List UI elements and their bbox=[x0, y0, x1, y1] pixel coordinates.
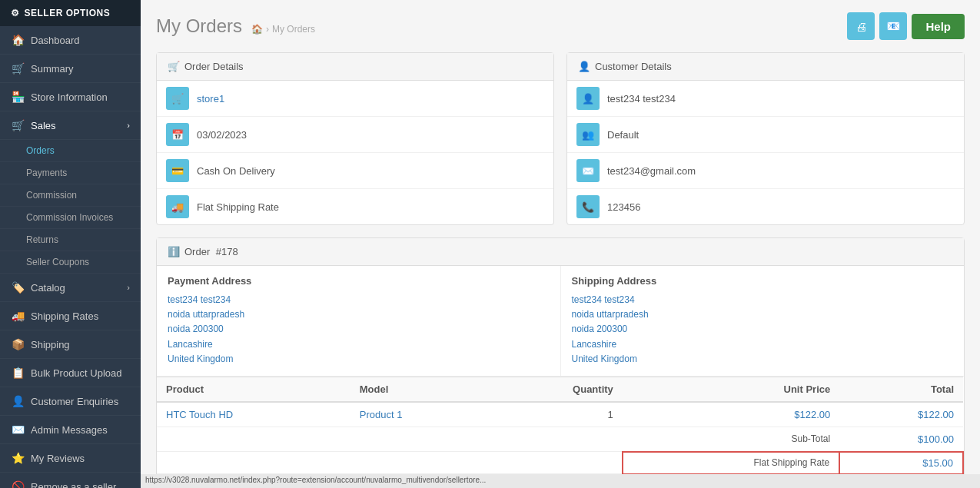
sidebar-item-store-information[interactable]: 🏪 Store Information bbox=[0, 83, 141, 111]
product-unit-price: $122.00 bbox=[623, 402, 839, 427]
shipping-rates-icon: 🚚 bbox=[11, 310, 25, 322]
col-total: Total bbox=[839, 377, 963, 402]
seller-coupons-label: Seller Coupons bbox=[26, 257, 89, 267]
date-row-icon: 📅 bbox=[166, 123, 189, 146]
order-payment-row: 💳 Cash On Delivery bbox=[157, 153, 553, 189]
product-link[interactable]: HTC Touch HD bbox=[166, 409, 233, 420]
shipping-row-icon: 🚚 bbox=[166, 195, 189, 218]
sidebar-item-admin-messages[interactable]: ✉️ Admin Messages bbox=[0, 416, 141, 444]
order-info-icon: ℹ️ bbox=[168, 246, 180, 257]
customer-details-header: 👤 Customer Details bbox=[567, 53, 964, 81]
col-quantity: Quantity bbox=[489, 377, 623, 402]
shipping-line-5: United Kingdom bbox=[572, 352, 954, 367]
bulk-upload-icon: 📋 bbox=[11, 367, 25, 379]
url-text: https://v3028.nuvalarmo.net/index.php?ro… bbox=[145, 476, 486, 484]
sidebar-item-label: Admin Messages bbox=[31, 424, 108, 436]
table-header-row: Product Model Quantity Unit Price Total bbox=[157, 377, 963, 402]
subtotal-label: Sub-Total bbox=[623, 427, 839, 452]
help-button[interactable]: Help bbox=[912, 14, 965, 39]
sidebar-item-customer-enquiries[interactable]: 👤 Customer Enquiries bbox=[0, 387, 141, 416]
order-details-icon: 🛒 bbox=[168, 61, 180, 72]
catalog-icon: 🏷️ bbox=[11, 281, 25, 294]
sidebar-item-label: Customer Enquiries bbox=[31, 396, 118, 407]
sidebar-item-remove-as-seller[interactable]: 🚫 Remove as a seller bbox=[0, 473, 141, 488]
reviews-icon: ⭐ bbox=[11, 452, 25, 464]
address-row: Payment Address test234 test234 noida ut… bbox=[157, 266, 964, 377]
sales-icon: 🛒 bbox=[11, 119, 25, 131]
sidebar-item-shipping-rates[interactable]: 🚚 Shipping Rates bbox=[0, 302, 141, 330]
product-total: $122.00 bbox=[839, 402, 963, 427]
sidebar-item-sales[interactable]: 🛒 Sales › bbox=[0, 111, 141, 140]
col-unit-price: Unit Price bbox=[623, 377, 839, 402]
summary-icon: 🛒 bbox=[11, 62, 25, 75]
sidebar-item-shipping[interactable]: 📦 Shipping bbox=[0, 330, 141, 359]
breadcrumb: 🏠 › My Orders bbox=[251, 24, 315, 35]
mail-button[interactable]: 📧 bbox=[879, 12, 907, 40]
sidebar-item-label: Bulk Product Upload bbox=[31, 367, 122, 379]
order-section-header: ℹ️ Order #178 bbox=[157, 238, 964, 266]
breadcrumb-separator: › bbox=[266, 24, 269, 35]
print-button[interactable]: 🖨 bbox=[847, 12, 875, 40]
sidebar-sub-payments[interactable]: Payments bbox=[0, 162, 141, 184]
customer-details-icon: 👤 bbox=[578, 61, 590, 72]
order-shipping: Flat Shipping Rate bbox=[197, 201, 279, 213]
order-title-text: Order bbox=[184, 246, 210, 257]
sidebar-sub-orders[interactable]: Orders bbox=[0, 140, 141, 162]
subtotal-row: Sub-Total $100.00 bbox=[157, 427, 963, 452]
customer-name-icon: 👤 bbox=[576, 87, 600, 110]
order-shipping-row: 🚚 Flat Shipping Rate bbox=[157, 189, 553, 224]
sidebar-item-label: Remove as a seller bbox=[31, 481, 116, 489]
flat-shipping-label: Flat Shipping Rate bbox=[623, 452, 839, 474]
store-link[interactable]: store1 bbox=[197, 93, 224, 105]
customer-details-card: 👤 Customer Details 👤 test234 test234 👥 D… bbox=[566, 52, 965, 225]
customer-email-icon: ✉️ bbox=[576, 159, 600, 182]
sidebar-item-label: Summary bbox=[31, 63, 74, 75]
flat-shipping-row: Flat Shipping Rate $15.00 bbox=[157, 452, 963, 474]
commission-invoices-label: Commission Invoices bbox=[26, 212, 113, 223]
admin-messages-icon: ✉️ bbox=[11, 423, 25, 436]
customer-name-row: 👤 test234 test234 bbox=[567, 81, 964, 117]
model-link[interactable]: Product 1 bbox=[360, 409, 403, 420]
sidebar-sub-seller-coupons[interactable]: Seller Coupons bbox=[0, 251, 141, 274]
order-details-card: 🛒 Order Details 🛒 store1 📅 03/02/2023 💳 … bbox=[156, 52, 554, 225]
payment-line-2: noida uttarpradesh bbox=[168, 307, 550, 322]
product-name: HTC Touch HD bbox=[157, 402, 350, 427]
payment-address-label: Payment Address bbox=[168, 275, 550, 287]
sidebar-sub-commission-invoices[interactable]: Commission Invoices bbox=[0, 207, 141, 229]
payments-label: Payments bbox=[26, 168, 67, 178]
shipping-icon: 📦 bbox=[11, 338, 25, 350]
url-bar: https://v3028.nuvalarmo.net/index.php?ro… bbox=[141, 474, 980, 488]
subtotal-value: $100.00 bbox=[839, 427, 963, 452]
sidebar-header-label: SELLER OPTIONS bbox=[25, 8, 111, 18]
customer-details-body: 👤 test234 test234 👥 Default ✉️ test234@g… bbox=[567, 81, 964, 224]
page-header: My Orders 🏠 › My Orders 🖨 📧 Help bbox=[156, 12, 965, 40]
sidebar-item-dashboard[interactable]: 🏠 Dashboard bbox=[0, 26, 141, 55]
sidebar-item-my-reviews[interactable]: ⭐ My Reviews bbox=[0, 444, 141, 473]
customer-group-row: 👥 Default bbox=[567, 117, 964, 153]
flat-shipping-value: $15.00 bbox=[839, 452, 963, 474]
header-actions: 🖨 📧 Help bbox=[847, 12, 965, 40]
sidebar-item-catalog[interactable]: 🏷️ Catalog › bbox=[0, 274, 141, 302]
breadcrumb-home-icon[interactable]: 🏠 bbox=[251, 24, 263, 35]
payment-line-3: noida 200300 bbox=[168, 322, 550, 337]
remove-seller-icon: 🚫 bbox=[11, 480, 25, 488]
sidebar-item-bulk-upload[interactable]: 📋 Bulk Product Upload bbox=[0, 359, 141, 387]
customer-details-title: Customer Details bbox=[595, 61, 672, 72]
store-row-icon: 🛒 bbox=[166, 87, 189, 110]
shipping-address-col: Shipping Address test234 test234 noida u… bbox=[561, 266, 965, 376]
sidebar-sub-commission[interactable]: Commission bbox=[0, 184, 141, 207]
order-store-row: 🛒 store1 bbox=[157, 81, 553, 117]
shipping-address-label: Shipping Address bbox=[572, 275, 954, 287]
sidebar-header: ⚙ SELLER OPTIONS bbox=[0, 0, 141, 26]
customer-group-icon: 👥 bbox=[576, 123, 600, 146]
sidebar-item-summary[interactable]: 🛒 Summary bbox=[0, 55, 141, 83]
order-details-title: Order Details bbox=[184, 61, 244, 72]
shipping-line-2: noida uttarpradesh bbox=[572, 307, 954, 322]
sidebar-sub-returns[interactable]: Returns bbox=[0, 229, 141, 251]
customer-icon: 👤 bbox=[11, 395, 25, 407]
breadcrumb-current: My Orders bbox=[272, 24, 315, 35]
payment-address-col: Payment Address test234 test234 noida ut… bbox=[157, 266, 561, 376]
shipping-line-4: Lancashire bbox=[572, 337, 954, 352]
order-payment: Cash On Delivery bbox=[197, 165, 275, 177]
customer-name: test234 test234 bbox=[607, 93, 676, 105]
